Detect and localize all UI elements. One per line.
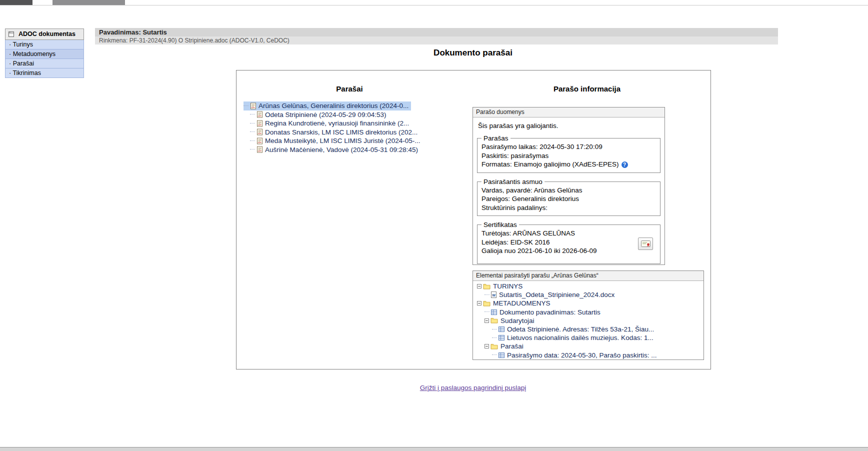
signature-item[interactable]: Meda Musteikytė, LM ISC LIMIS Juristė (2…	[250, 136, 423, 146]
signature-data-box: Parašo duomenys Šis parašas yra galiojan…	[472, 107, 665, 265]
tree-connector	[492, 354, 497, 356]
tree-connector	[250, 123, 255, 124]
signature-info-heading: Parašo informacija	[468, 84, 706, 93]
tree-connector	[244, 106, 248, 106]
metadata-icon	[498, 326, 504, 332]
metadata-icon	[498, 352, 504, 358]
page-title: Dokumento parašai	[236, 48, 710, 58]
folder-icon	[483, 300, 490, 306]
signature-item[interactable]: Donatas Snarskis, LM ISC LIMIS direktori…	[250, 128, 420, 137]
sidebar: ADOC dokumentas · Turinys· Metaduomenys·…	[5, 28, 84, 78]
metadata-icon	[491, 310, 497, 315]
sidebar-item-metaduomenys[interactable]: · Metaduomenys	[5, 50, 84, 59]
document-filename: Rinkmena: PF-31-2024(4.90) O Stripiniene…	[95, 36, 778, 44]
tree-item[interactable]: Parašai	[473, 342, 704, 350]
signer-fieldset-legend: Pasirašantis asmuo	[482, 178, 544, 186]
signatures-main-box: Parašai Parašo informacija Arūnas Gelūna…	[236, 70, 711, 370]
sidebar-item-parasai[interactable]: · Parašai	[5, 59, 84, 68]
sidebar-title: ADOC dokumentas	[18, 30, 76, 38]
signature-label: Aušrinė Mačėnienė, Vadovė (2024-05-31 09…	[265, 146, 418, 154]
tree-item-label: TURINYS	[493, 282, 522, 290]
signature-label: Arūnas Gelūnas, Generalinis direktorius …	[258, 102, 408, 110]
folder-icon	[483, 284, 490, 290]
tree-connector	[492, 338, 497, 338]
signature-icon	[256, 138, 263, 144]
certificate-icon	[641, 240, 650, 248]
tree-item[interactable]: WSutartis_Odeta_Stripiniene_2024.docx	[473, 290, 704, 299]
signature-item[interactable]: Odeta Stripinienė (2024-05-29 09:04:53)	[250, 110, 388, 120]
signature-status: Šis parašas yra galiojantis.	[478, 122, 660, 130]
info-line: Pasirašymo laikas: 2024-05-30 17:20:09	[482, 142, 656, 152]
info-line: Vardas, pavardė: Arūnas Gelūnas	[482, 186, 656, 195]
sertifikatas-lines: Turėtojas: ARŪNAS GELŪNASLeidėjas: EID-S…	[482, 229, 656, 256]
signed-elements-tree: TURINYSWSutartis_Odeta_Stripiniene_2024.…	[473, 281, 704, 360]
view-certificate-button[interactable]	[638, 238, 653, 250]
folder-icon	[490, 344, 498, 350]
signature-icon	[256, 111, 263, 118]
expander-minus-icon[interactable]	[484, 344, 489, 348]
tree-item-label: Parašai	[500, 342, 524, 350]
metadata-icon	[498, 335, 504, 340]
tree-connector	[250, 132, 255, 132]
document-icon	[8, 32, 14, 37]
tree-connector	[250, 114, 255, 115]
expander-minus-icon[interactable]	[484, 318, 489, 323]
tree-item[interactable]: TURINYS	[473, 282, 704, 290]
tree-item-label: Sutartis_Odeta_Stripiniene_2024.docx	[499, 291, 614, 298]
document-title: Pavadinimas: Sutartis	[95, 28, 778, 36]
signature-label: Regina Kundrotienė, vyriausioji finansin…	[265, 120, 409, 127]
signature-item[interactable]: Arūnas Gelūnas, Generalinis direktorius …	[244, 102, 411, 110]
certificate-fieldset-legend: Sertifikatas	[482, 221, 519, 228]
expander-minus-icon[interactable]	[477, 301, 482, 306]
sidebar-header: ADOC dokumentas	[5, 28, 84, 40]
tree-item[interactable]: Dokumento pavadinimas: Sutartis	[473, 308, 704, 316]
signature-label: Donatas Snarskis, LM ISC LIMIS direktori…	[265, 128, 418, 136]
sidebar-menu: · Turinys· Metaduomenys· Parašai· Tikrin…	[5, 40, 84, 78]
tree-item-label: Pasirašymo data: 2024-05-30, Parašo pask…	[507, 352, 656, 359]
tree-item[interactable]: Pasirašymo data: 2024-05-30, Parašo pask…	[473, 351, 704, 360]
info-line: Pareigos: Generalinis direktorius	[482, 194, 656, 204]
signature-data-header: Parašo duomenys	[473, 108, 664, 118]
back-link[interactable]: Grįžti į paslaugos pagrindinį puslapį	[420, 384, 526, 392]
signature-fieldset-legend: Parašas	[482, 134, 510, 142]
info-line: Leidėjas: EID-SK 2016	[482, 238, 656, 247]
certificate-fieldset: Sertifikatas Turėtojas: ARŪNAS GELŪNASLe…	[477, 221, 660, 264]
document-header: Pavadinimas: Sutartis Rinkmena: PF-31-20…	[95, 28, 778, 44]
sidebar-item-turinys[interactable]: · Turinys	[5, 40, 84, 50]
sidebar-item-tikrinimas[interactable]: · Tikrinimas	[5, 68, 84, 78]
browser-chrome-fragment	[0, 0, 32, 5]
signature-icon	[250, 102, 256, 110]
parasas-lines: Pasirašymo laikas: 2024-05-30 17:20:09Pa…	[482, 142, 656, 169]
signatures-heading: Parašai	[236, 84, 462, 93]
footer: Grįžti į paslaugos pagrindinį puslapį	[236, 383, 710, 392]
info-line: Paskirtis: pasirašymas	[482, 152, 656, 160]
tree-connector	[250, 149, 255, 150]
info-line: Galioja nuo 2021-06-10 iki 2026-06-09	[482, 246, 656, 256]
tree-item[interactable]: Lietuvos nacionalinis dailės muziejus. K…	[473, 334, 704, 342]
asmuo-lines: Vardas, pavardė: Arūnas GelūnasPareigos:…	[482, 186, 656, 212]
signature-icon	[256, 120, 263, 127]
bottom-bar	[0, 447, 868, 451]
tree-item-label: METADUOMENYS	[493, 300, 550, 307]
tree-item[interactable]: Odeta Stripinienė. Adresas: Tilžės 53a-2…	[473, 325, 704, 334]
docx-icon: W	[491, 292, 496, 298]
tree-item-label: Odeta Stripinienė. Adresas: Tilžės 53a-2…	[507, 326, 654, 333]
tree-connector	[250, 140, 255, 142]
help-icon[interactable]: ?	[622, 162, 628, 168]
signature-icon	[256, 146, 263, 153]
signature-label: Odeta Stripinienė (2024-05-29 09:04:53)	[265, 111, 386, 118]
tree-item[interactable]: Sudarytojai	[473, 316, 704, 325]
tree-connector	[484, 294, 490, 296]
signature-item[interactable]: Aušrinė Mačėnienė, Vadovė (2024-05-31 09…	[250, 146, 420, 154]
tree-item[interactable]: METADUOMENYS	[473, 299, 704, 308]
tree-connector	[492, 329, 497, 330]
tree-connector	[484, 312, 490, 312]
signature-list: Arūnas Gelūnas, Generalinis direktorius …	[244, 102, 466, 154]
signed-elements-header: Elementai pasirašyti parašu „Arūnas Gelū…	[473, 271, 704, 281]
expander-minus-icon[interactable]	[477, 284, 482, 288]
folder-icon	[490, 318, 498, 324]
signed-elements-box: Elementai pasirašyti parašu „Arūnas Gelū…	[472, 270, 704, 360]
signature-fieldset: Parašas Pasirašymo laikas: 2024-05-30 17…	[477, 134, 660, 173]
signature-label: Meda Musteikytė, LM ISC LIMIS Juristė (2…	[265, 137, 420, 144]
signature-item[interactable]: Regina Kundrotienė, vyriausioji finansin…	[250, 119, 412, 128]
